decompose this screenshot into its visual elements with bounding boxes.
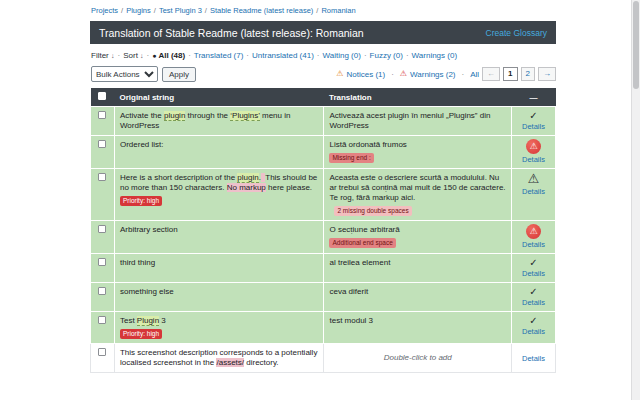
original-cell: This screenshot description corresponds … bbox=[114, 344, 324, 373]
details-link[interactable]: Details bbox=[514, 240, 553, 250]
glossary-term[interactable]: plugin bbox=[237, 173, 258, 183]
column-header-translation: Translation bbox=[324, 88, 512, 107]
bulk-actions-bar: Bulk Actions Apply ⚠ Notices (1) · ⚠ War… bbox=[90, 64, 556, 88]
translation-text: test modul 3 bbox=[329, 316, 373, 325]
separator: · bbox=[118, 51, 121, 60]
row-checkbox-cell bbox=[91, 254, 115, 283]
details-link[interactable]: Details bbox=[514, 354, 553, 364]
filter-tab-all[interactable]: All (48) bbox=[159, 51, 186, 60]
table-row[interactable]: third thing al treilea element ✓ Details bbox=[91, 254, 556, 283]
translation-cell: Listă ordonată frumos Missing end : bbox=[324, 136, 512, 169]
original-text: Arbitrary section bbox=[120, 225, 178, 234]
priority-badge-line: Priority: high bbox=[120, 329, 319, 339]
breadcrumb-separator: / bbox=[205, 6, 207, 15]
table-header-row: Original string Translation — bbox=[91, 88, 556, 107]
select-all-checkbox[interactable] bbox=[98, 92, 106, 100]
table-row[interactable]: Arbitrary section O secțiune arbitrară A… bbox=[91, 221, 556, 254]
table-row[interactable]: Ordered list: Listă ordonată frumos Miss… bbox=[91, 136, 556, 169]
separator: · bbox=[188, 51, 191, 60]
sort-label: Sort bbox=[123, 51, 138, 60]
row-checkbox[interactable] bbox=[98, 140, 106, 148]
breadcrumb-link-romanian[interactable]: Romanian bbox=[321, 6, 355, 15]
chevron-down-icon: ↓ bbox=[140, 52, 144, 59]
original-cell: Here is a short description of the plugi… bbox=[114, 169, 324, 221]
apply-button[interactable]: Apply bbox=[162, 67, 196, 82]
row-checkbox[interactable] bbox=[98, 173, 106, 181]
translation-text: al treilea element bbox=[329, 258, 390, 267]
row-checkbox-cell bbox=[91, 221, 115, 254]
page-content: Projects/Plugins/Test Plugin 3/Stable Re… bbox=[90, 0, 556, 373]
glossary-term[interactable]: plugin bbox=[164, 111, 185, 121]
pagination-page-1[interactable]: 1 bbox=[503, 67, 517, 81]
breadcrumb-link-projects[interactable]: Projects bbox=[91, 6, 118, 15]
status-cell: ⚠ Details bbox=[512, 136, 556, 169]
breadcrumb-separator: / bbox=[316, 6, 318, 15]
separator: · bbox=[391, 70, 394, 79]
breadcrumb-link-plugins[interactable]: Plugins bbox=[126, 6, 151, 15]
details-link[interactable]: Details bbox=[514, 298, 553, 308]
breadcrumb-link-stable-readme[interactable]: Stable Readme (latest release) bbox=[210, 6, 313, 15]
details-link[interactable]: Details bbox=[514, 269, 553, 279]
filter-tab-untranslated[interactable]: Untranslated (41) bbox=[252, 51, 314, 60]
translation-placeholder[interactable]: Double-click to add bbox=[329, 353, 506, 363]
column-header-actions: — bbox=[512, 88, 556, 107]
glossary-term[interactable]: ‘Plugins’ bbox=[230, 111, 260, 121]
scrollbar-thumb[interactable] bbox=[633, 1, 639, 89]
details-link[interactable]: Details bbox=[514, 155, 553, 165]
translation-text: Listă ordonată frumos bbox=[329, 140, 406, 149]
row-checkbox[interactable] bbox=[98, 258, 106, 266]
scrollbar[interactable] bbox=[631, 0, 640, 400]
pagination-page-2[interactable]: 2 bbox=[521, 67, 535, 81]
notices-link[interactable]: Notices (1) bbox=[347, 70, 386, 79]
row-checkbox[interactable] bbox=[98, 316, 106, 324]
filter-tab-waiting[interactable]: Waiting (0) bbox=[323, 51, 361, 60]
translation-text: Activează acest plugin în meniul „Plugin… bbox=[329, 111, 490, 130]
translated-check-icon: ✓ bbox=[514, 315, 553, 326]
translation-cell: Aceasta este o descriere scurtă a modulu… bbox=[324, 169, 512, 221]
row-checkbox[interactable] bbox=[98, 348, 106, 356]
translation-cell: ceva diferit bbox=[324, 283, 512, 312]
translated-check-icon: ✓ bbox=[514, 257, 553, 268]
active-filter-bullet-icon: ● bbox=[152, 52, 156, 59]
status-cell: ✓ Details bbox=[512, 107, 556, 136]
table-row[interactable]: Test Plugin 3 Priority: high test modul … bbox=[91, 312, 556, 344]
row-checkbox[interactable] bbox=[98, 225, 106, 233]
warning-glyph: ⚠ bbox=[529, 141, 537, 151]
pagination-prev[interactable]: ← bbox=[482, 67, 500, 81]
table-row[interactable]: This screenshot description corresponds … bbox=[91, 344, 556, 373]
create-glossary-link[interactable]: Create Glossary bbox=[486, 28, 547, 38]
translated-check-icon: ✓ bbox=[514, 110, 553, 121]
row-checkbox-cell bbox=[91, 283, 115, 312]
table-row[interactable]: Activate the plugin through the ‘Plugins… bbox=[91, 107, 556, 136]
row-checkbox-cell bbox=[91, 344, 115, 373]
table-row[interactable]: something else ceva diferit ✓ Details bbox=[91, 283, 556, 312]
row-checkbox[interactable] bbox=[98, 111, 106, 119]
warning-glyph: ⚠ bbox=[529, 226, 537, 236]
filter-tab-translated[interactable]: Translated (7) bbox=[194, 51, 244, 60]
breadcrumb-link-test-plugin-3[interactable]: Test Plugin 3 bbox=[159, 6, 202, 15]
filter-tab-warnings[interactable]: Warnings (0) bbox=[412, 51, 458, 60]
filter-tab-fuzzy[interactable]: Fuzzy (0) bbox=[370, 51, 403, 60]
original-cell: third thing bbox=[114, 254, 324, 283]
table-row[interactable]: Here is a short description of the plugi… bbox=[91, 169, 556, 221]
warning-badge-line: Additional end space bbox=[329, 238, 506, 248]
row-checkbox[interactable] bbox=[98, 287, 106, 295]
warning-error-icon: ⚠ bbox=[526, 139, 541, 154]
details-link[interactable]: Details bbox=[514, 122, 553, 132]
filter-bar: Filter ↓·Sort ↓·●All (48)·Translated (7)… bbox=[90, 44, 556, 64]
filter-toggle[interactable]: Filter ↓ bbox=[91, 51, 115, 60]
details-link[interactable]: Details bbox=[514, 327, 553, 337]
page-header: Translation of Stable Readme (latest rel… bbox=[90, 21, 556, 44]
original-text: through the bbox=[185, 111, 230, 120]
details-link[interactable]: Details bbox=[514, 187, 553, 197]
warnings-link[interactable]: Warnings (2) bbox=[410, 70, 456, 79]
glossary-term[interactable]: Plugin bbox=[137, 316, 159, 326]
bulk-actions-select[interactable]: Bulk Actions bbox=[91, 66, 158, 82]
status-cell: ✓ Details bbox=[512, 254, 556, 283]
all-pages-link[interactable]: All bbox=[470, 70, 479, 79]
translation-cell[interactable]: Double-click to add bbox=[324, 344, 512, 373]
original-text: third thing bbox=[120, 258, 155, 267]
original-cell: something else bbox=[114, 283, 324, 312]
sort-toggle[interactable]: Sort ↓ bbox=[123, 51, 143, 60]
pagination-next[interactable]: → bbox=[538, 67, 556, 81]
